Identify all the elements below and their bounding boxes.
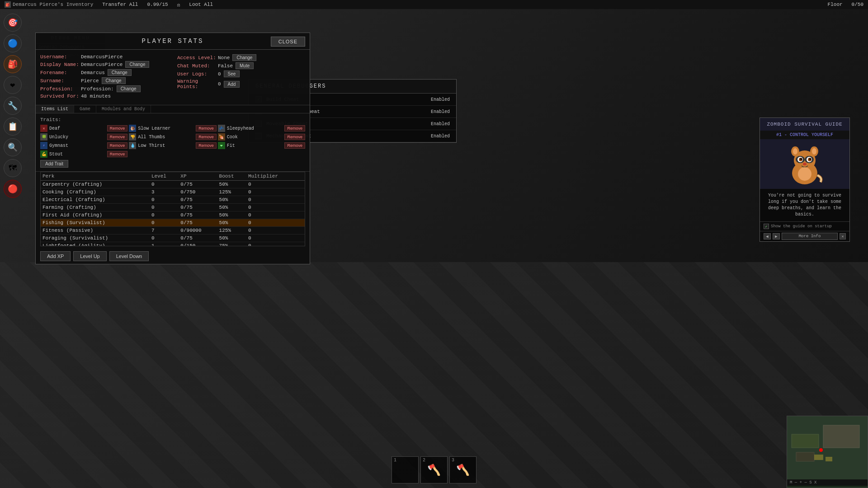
table-row[interactable]: Electrical (Crafting) 0 0/75 50% 0 bbox=[41, 196, 305, 204]
trait-unlucky: 🍀 Unlucky Remove bbox=[40, 133, 127, 141]
table-row[interactable]: Cooking (Crafting) 3 0/750 125% 0 bbox=[41, 188, 305, 196]
guide-more-info-btn[interactable]: More Info bbox=[782, 233, 838, 240]
sidebar-icon-6[interactable]: 📋 bbox=[4, 117, 22, 136]
hotbar-num-2: 2 bbox=[423, 458, 425, 463]
trait-deaf-remove[interactable]: Remove bbox=[107, 125, 128, 131]
trait-slow-learner-icon: 🐌 bbox=[129, 125, 136, 132]
sidebar-icon-4[interactable]: ❤ bbox=[4, 76, 22, 94]
sidebar-icon-3[interactable]: 🎒 bbox=[4, 55, 22, 73]
trait-sleepyhead-remove[interactable]: Remove bbox=[284, 125, 305, 131]
warning-points-label: Warning Points: bbox=[177, 79, 218, 89]
table-row[interactable]: Lightfooted (Agility) 1 0/150 75% 0 bbox=[41, 242, 305, 247]
access-level-change-btn[interactable]: Change bbox=[232, 54, 256, 61]
mute-btn[interactable]: Mute bbox=[236, 62, 254, 69]
trait-unlucky-remove[interactable]: Remove bbox=[107, 134, 128, 140]
traits-grid: ✕ Deaf Remove 🐌 Slow Learner Remove 💤 Sl… bbox=[40, 125, 305, 158]
perk-multiplier: 0 bbox=[246, 188, 299, 196]
minimap-svg bbox=[787, 416, 868, 479]
player-stats-panel: PLAYER STATS CLOSE Username: DemarcusPie… bbox=[35, 33, 310, 264]
trait-gymnast: ⚡ Gymnast Remove bbox=[40, 142, 127, 149]
sidebar-icon-1[interactable]: 🎯 bbox=[4, 14, 22, 32]
perk-multiplier: 0 bbox=[246, 181, 299, 188]
perk-boost: 50% bbox=[217, 196, 246, 204]
display-name-value: DemarcusPierce bbox=[81, 62, 123, 67]
perk-name: Cooking (Crafting) bbox=[41, 188, 150, 196]
see-btn[interactable]: See bbox=[224, 70, 240, 77]
forename-change-btn[interactable]: Change bbox=[108, 69, 132, 76]
svg-rect-17 bbox=[792, 434, 819, 448]
debugger-status: Enabled bbox=[431, 134, 450, 139]
trait-cook-name: Cook bbox=[227, 135, 238, 140]
perk-xp: 0/75 bbox=[179, 204, 217, 211]
perks-table-wrapper[interactable]: Perk Level XP Boost Multiplier Carpentry… bbox=[40, 172, 305, 246]
trait-sleepyhead-icon: 💤 bbox=[218, 125, 225, 132]
hotbar-slot-1[interactable]: 1 bbox=[392, 456, 419, 483]
profession-change-btn[interactable]: Change bbox=[117, 85, 141, 92]
hotbar-slot-3[interactable]: 3 🪓 bbox=[449, 456, 476, 483]
minimap-controls-text: M — + — S X bbox=[790, 480, 816, 485]
tab-game[interactable]: Game bbox=[74, 105, 96, 113]
transfer-all-btn[interactable]: Transfer All bbox=[102, 2, 138, 7]
svg-point-14 bbox=[803, 163, 807, 165]
tab-items-list[interactable]: Items List bbox=[36, 105, 74, 113]
sidebar-icon-9[interactable]: 🔴 bbox=[4, 180, 22, 198]
trait-slow-learner-name: Slow Learner bbox=[138, 126, 170, 131]
trait-gymnast-remove[interactable]: Remove bbox=[107, 142, 128, 149]
trait-stout-remove[interactable]: Remove bbox=[107, 151, 128, 157]
perk-name: Foraging (Survivalist) bbox=[41, 235, 150, 242]
add-btn[interactable]: Add bbox=[224, 81, 240, 88]
tab-modules-body[interactable]: Modules and Body bbox=[96, 105, 151, 113]
trait-cook-remove[interactable]: Remove bbox=[284, 134, 305, 140]
sidebar-icon-2[interactable]: 🔵 bbox=[4, 34, 22, 52]
minimap-content bbox=[787, 416, 868, 479]
table-row[interactable]: Fitness (Passive) 7 0/90000 125% 0 bbox=[41, 227, 305, 235]
guide-next-btn[interactable]: ▶ bbox=[773, 233, 780, 239]
table-row[interactable]: Foraging (Survivalist) 0 0/75 50% 0 bbox=[41, 235, 305, 242]
level-up-button[interactable]: Level Up bbox=[73, 251, 106, 261]
perk-extra bbox=[299, 211, 305, 219]
trait-all-thumbs-remove[interactable]: Remove bbox=[196, 134, 217, 140]
sidebar-icon-8[interactable]: 🗺 bbox=[4, 159, 22, 177]
table-row[interactable]: First Aid (Crafting) 0 0/75 50% 0 bbox=[41, 211, 305, 219]
svg-point-12 bbox=[800, 158, 802, 160]
sidebar-icon-5[interactable]: 🔧 bbox=[4, 97, 22, 115]
col-perk: Perk bbox=[41, 172, 150, 181]
top-bar: 🎒 Demarcus Pierce's Inventory Transfer A… bbox=[0, 0, 868, 9]
perk-boost: 125% bbox=[217, 227, 246, 235]
minimap-controls[interactable]: M — + — S X bbox=[787, 479, 868, 486]
perk-extra bbox=[299, 196, 305, 204]
trait-gymnast-name: Gymnast bbox=[49, 143, 68, 148]
table-row[interactable]: Farming (Crafting) 0 0/75 50% 0 bbox=[41, 204, 305, 211]
loot-all-btn[interactable]: Loot All bbox=[189, 2, 213, 7]
inventory-player-name: Demarcus Pierce's Inventory bbox=[13, 2, 93, 7]
guide-prev-btn[interactable]: ◀ bbox=[764, 233, 771, 239]
perk-extra bbox=[299, 181, 305, 188]
table-row[interactable]: Carpentry (Crafting) 0 0/75 50% 0 bbox=[41, 181, 305, 188]
trait-fit-remove[interactable]: Remove bbox=[284, 142, 305, 149]
trait-slow-learner-remove[interactable]: Remove bbox=[196, 125, 217, 131]
perk-multiplier: 0 bbox=[246, 211, 299, 219]
trait-sleepyhead: 💤 Sleepyhead Remove bbox=[218, 125, 305, 132]
perk-multiplier: 0 bbox=[246, 219, 299, 227]
close-button[interactable]: CLOSE bbox=[271, 37, 305, 47]
perk-level: 0 bbox=[150, 181, 179, 188]
level-down-button[interactable]: Level Down bbox=[109, 251, 149, 261]
panel-title: PLAYER STATS bbox=[142, 38, 204, 45]
trait-low-thirst-remove[interactable]: Remove bbox=[196, 142, 217, 149]
perk-name: Farming (Crafting) bbox=[41, 204, 150, 211]
table-row[interactable]: Fishing (Survivalist) 0 0/75 50% 0 bbox=[41, 219, 305, 227]
hotbar-num-3: 3 bbox=[452, 458, 454, 463]
display-name-change-btn[interactable]: Change bbox=[125, 61, 149, 68]
trait-slow-learner: 🐌 Slow Learner Remove bbox=[129, 125, 216, 132]
perk-xp: 0/75 bbox=[179, 181, 217, 188]
sidebar-icon-7[interactable]: 🔍 bbox=[4, 138, 22, 156]
guide-close-btn[interactable]: ✕ bbox=[840, 233, 846, 239]
hotbar-slot-2[interactable]: 2 🪓 bbox=[420, 456, 448, 483]
add-xp-button[interactable]: Add XP bbox=[40, 251, 71, 261]
guide-startup-checkbox[interactable]: ✓ bbox=[764, 224, 769, 229]
display-name-row: Display Name: DemarcusPierce Change bbox=[40, 61, 168, 68]
perk-name: Lightfooted (Agility) bbox=[41, 242, 150, 247]
surname-change-btn[interactable]: Change bbox=[102, 77, 126, 84]
add-trait-button[interactable]: Add Trait bbox=[40, 160, 68, 168]
user-logs-label: User Logs: bbox=[177, 71, 218, 77]
